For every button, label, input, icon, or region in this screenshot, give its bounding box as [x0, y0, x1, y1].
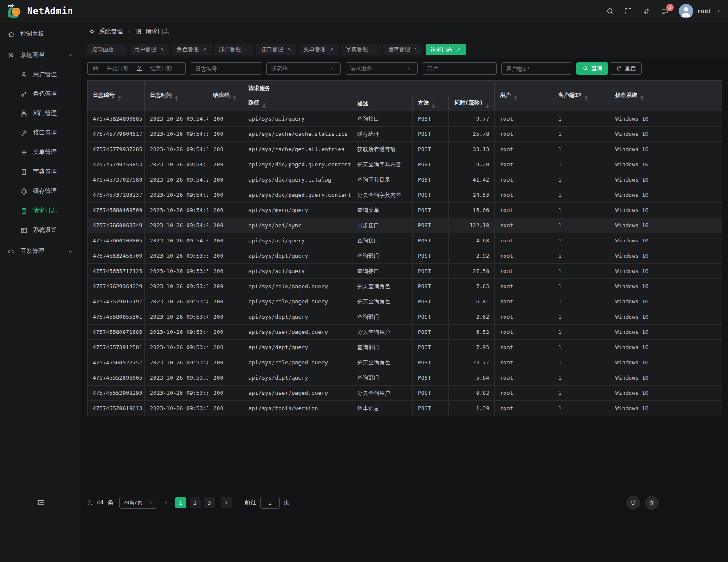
- gear-icon: [648, 499, 655, 506]
- sidebar-item[interactable]: 请求日志: [0, 201, 81, 220]
- table-row[interactable]: 4757458248908852023-10-26 09:54:45200api…: [88, 111, 722, 127]
- table-row[interactable]: 4757456884695092023-10-26 09:54:11200api…: [88, 203, 722, 218]
- search-button[interactable]: 查询: [576, 62, 608, 75]
- table-row[interactable]: 4757455605227572023-10-26 09:53:40200api…: [88, 355, 722, 370]
- notifications-icon[interactable]: 3: [661, 7, 669, 15]
- table-row[interactable]: 4757457799372852023-10-26 09:54:34200api…: [88, 142, 722, 157]
- username: root: [697, 8, 711, 14]
- table-row[interactable]: 4757457407508532023-10-26 09:54:24200api…: [88, 157, 722, 172]
- sidebar-item[interactable]: 系统设置: [0, 220, 81, 240]
- column-header-elapsed[interactable]: 耗时(毫秒): [449, 96, 495, 111]
- tab[interactable]: 用户管理: [130, 44, 169, 55]
- table-row[interactable]: 4757456324567092023-10-26 09:53:58200api…: [88, 248, 722, 264]
- log-id-input[interactable]: [195, 66, 257, 72]
- cell-user: root: [495, 355, 553, 370]
- prev-page-icon[interactable]: [163, 500, 169, 506]
- refresh-button[interactable]: [626, 496, 640, 510]
- close-icon[interactable]: [287, 47, 292, 52]
- tab[interactable]: 菜单管理: [299, 44, 339, 55]
- close-icon[interactable]: [372, 47, 376, 52]
- column-header-user[interactable]: 用户: [495, 81, 553, 111]
- close-icon[interactable]: [118, 47, 122, 52]
- page-button[interactable]: 2: [190, 497, 201, 508]
- tab[interactable]: 部门管理: [214, 44, 254, 55]
- user-input[interactable]: [427, 66, 492, 72]
- sidebar-item[interactable]: 字典管理: [0, 162, 81, 182]
- table-row[interactable]: 4757456293642292023-10-26 09:53:57200api…: [88, 279, 722, 294]
- table-row[interactable]: 4757455286190132023-10-26 09:53:32200api…: [88, 401, 722, 416]
- close-icon[interactable]: [456, 47, 461, 52]
- cell-id: 475745552896005: [88, 370, 145, 386]
- table-row[interactable]: 4757455808553012023-10-26 09:53:45200api…: [88, 309, 722, 325]
- column-header-os[interactable]: 操作系统: [610, 81, 722, 111]
- table-row[interactable]: 4757455808716852023-10-26 09:53:45200api…: [88, 325, 722, 340]
- column-header-method[interactable]: 方法: [413, 96, 449, 111]
- swap-vertical-icon[interactable]: [643, 7, 651, 15]
- tab[interactable]: 字典管理: [341, 44, 381, 55]
- page-button[interactable]: 1: [175, 497, 186, 508]
- tab[interactable]: 角色管理: [172, 44, 212, 55]
- cell-os: Windows 10: [610, 279, 722, 294]
- sidebar-item[interactable]: 用户管理: [0, 65, 81, 84]
- table-row[interactable]: 4757455790161972023-10-26 09:53:45200api…: [88, 294, 722, 309]
- pagination-bar: 共 44 条 20条/页 123 前往 页: [87, 496, 722, 510]
- column-header-client-ip[interactable]: 客户端IP: [553, 81, 610, 111]
- table-row[interactable]: 4757455529082932023-10-26 09:53:38200api…: [88, 386, 722, 401]
- column-header-log-id[interactable]: 日志编号: [88, 81, 145, 111]
- tab[interactable]: 接口管理: [256, 44, 296, 55]
- close-icon[interactable]: [414, 47, 419, 52]
- tab-label: 菜单管理: [303, 46, 325, 53]
- sidebar-item[interactable]: 菜单管理: [0, 143, 81, 162]
- close-icon[interactable]: [160, 47, 165, 52]
- close-icon[interactable]: [329, 47, 334, 52]
- cell-code: 200: [208, 248, 243, 264]
- service-select[interactable]: 请求服务: [345, 62, 418, 75]
- status-code-select[interactable]: 状态码: [266, 62, 341, 75]
- chevron-right-icon: [127, 29, 132, 34]
- table-row[interactable]: 4757457799045172023-10-26 09:54:34200api…: [88, 127, 722, 142]
- sidebar-item[interactable]: 控制面板: [0, 24, 81, 44]
- goto-page: 前往 页: [245, 497, 290, 509]
- sidebar-item[interactable]: 开发管理: [0, 242, 81, 261]
- table-row[interactable]: 4757457370275892023-10-26 09:54:23200api…: [88, 172, 722, 187]
- column-header-response-code[interactable]: 响应码: [208, 81, 243, 111]
- date-range-picker[interactable]: 开始日期 至 结束日期: [87, 62, 186, 75]
- tab[interactable]: 缓存管理: [383, 44, 423, 55]
- settings-button[interactable]: [645, 496, 659, 510]
- chevron-down-icon: [68, 249, 73, 254]
- table-row[interactable]: 4757456601088052023-10-26 09:54:04200api…: [88, 233, 722, 248]
- snail-logo-icon: [7, 3, 23, 19]
- cell-code: 200: [208, 279, 243, 294]
- tab[interactable]: 请求日志: [426, 44, 466, 55]
- cell-path: api/sys/cache/cache.statistics: [243, 127, 352, 142]
- table-row[interactable]: 4757457371832372023-10-26 09:54:23200api…: [88, 187, 722, 203]
- sidebar-item[interactable]: 系统管理: [0, 45, 81, 65]
- close-icon[interactable]: [245, 47, 249, 52]
- user-menu[interactable]: root: [679, 4, 721, 18]
- cell-desc: 查询字典目录: [352, 172, 413, 187]
- column-header-path[interactable]: 路径: [243, 96, 352, 111]
- sidebar-item[interactable]: 缓存管理: [0, 182, 81, 201]
- sidebar-item[interactable]: 部门管理: [0, 104, 81, 123]
- tab[interactable]: 控制面板: [87, 44, 127, 55]
- sidebar-item[interactable]: 接口管理: [0, 123, 81, 143]
- table-row[interactable]: 4757455739125812023-10-26 09:53:43200api…: [88, 340, 722, 355]
- fullscreen-icon[interactable]: [624, 7, 632, 15]
- goto-page-input[interactable]: [260, 497, 280, 509]
- table-row[interactable]: 4757456600637492023-10-26 09:54:04200api…: [88, 218, 722, 233]
- cell-elapsed: 16.06: [449, 203, 495, 218]
- sidebar-item[interactable]: 角色管理: [0, 84, 81, 104]
- search-icon[interactable]: [606, 7, 614, 15]
- next-page-button[interactable]: [221, 497, 232, 508]
- reset-button[interactable]: 重置: [610, 62, 642, 75]
- close-icon[interactable]: [202, 47, 207, 52]
- table-row[interactable]: 4757456357171252023-10-26 09:53:58200api…: [88, 264, 722, 279]
- table-row[interactable]: 4757455528960052023-10-26 09:53:38200api…: [88, 370, 722, 386]
- cell-code: 200: [208, 157, 243, 172]
- page-button[interactable]: 3: [204, 497, 215, 508]
- client-ip-input[interactable]: [506, 66, 567, 72]
- cell-time: 2023-10-26 09:53:38: [145, 370, 208, 386]
- page-size-select[interactable]: 20条/页: [119, 497, 157, 509]
- column-header-log-time[interactable]: 日志时间: [145, 81, 208, 111]
- collapse-sidebar-icon[interactable]: [36, 499, 45, 507]
